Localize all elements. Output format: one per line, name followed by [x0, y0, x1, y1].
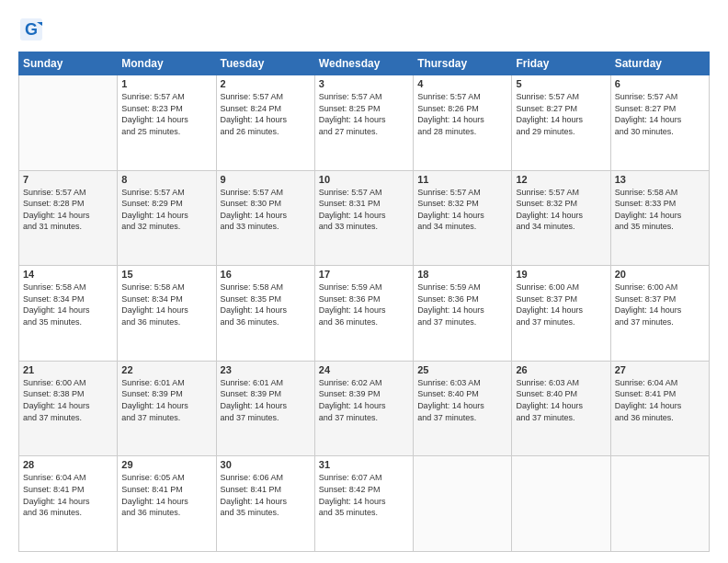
day-info: Sunrise: 6:03 AM Sunset: 8:40 PM Dayligh…	[417, 377, 507, 423]
day-number: 21	[23, 364, 113, 375]
day-info: Sunrise: 5:57 AM Sunset: 8:30 PM Dayligh…	[221, 187, 311, 233]
day-number: 4	[417, 78, 507, 89]
day-info: Sunrise: 6:04 AM Sunset: 8:41 PM Dayligh…	[23, 472, 113, 518]
day-number: 23	[221, 364, 311, 375]
calendar-cell: 3Sunrise: 5:57 AM Sunset: 8:25 PM Daylig…	[314, 75, 413, 171]
day-number: 17	[319, 269, 409, 280]
calendar-header-saturday: Saturday	[610, 52, 709, 75]
day-number: 11	[417, 174, 507, 185]
day-number: 13	[615, 174, 705, 185]
day-info: Sunrise: 5:57 AM Sunset: 8:23 PM Dayligh…	[121, 91, 211, 137]
calendar-cell: 29Sunrise: 6:05 AM Sunset: 8:41 PM Dayli…	[118, 456, 216, 552]
day-info: Sunrise: 6:04 AM Sunset: 8:41 PM Dayligh…	[615, 377, 705, 423]
day-info: Sunrise: 6:00 AM Sunset: 8:37 PM Dayligh…	[615, 282, 705, 327]
day-number: 18	[417, 269, 507, 280]
calendar-header-friday: Friday	[512, 52, 610, 75]
calendar-header-tuesday: Tuesday	[216, 52, 314, 75]
calendar-cell: 13Sunrise: 5:58 AM Sunset: 8:33 PM Dayli…	[610, 170, 709, 266]
day-info: Sunrise: 5:58 AM Sunset: 8:33 PM Dayligh…	[615, 187, 705, 233]
day-info: Sunrise: 6:01 AM Sunset: 8:39 PM Dayligh…	[221, 377, 311, 423]
day-info: Sunrise: 5:57 AM Sunset: 8:31 PM Dayligh…	[319, 187, 409, 233]
day-info: Sunrise: 6:05 AM Sunset: 8:41 PM Dayligh…	[121, 472, 211, 518]
day-number: 29	[121, 459, 211, 470]
calendar-cell: 21Sunrise: 6:00 AM Sunset: 8:38 PM Dayli…	[19, 361, 118, 456]
day-number: 7	[23, 174, 113, 185]
calendar-cell: 30Sunrise: 6:06 AM Sunset: 8:41 PM Dayli…	[216, 456, 314, 552]
calendar-cell: 27Sunrise: 6:04 AM Sunset: 8:41 PM Dayli…	[610, 361, 709, 456]
calendar-week-row: 28Sunrise: 6:04 AM Sunset: 8:41 PM Dayli…	[19, 456, 710, 552]
day-info: Sunrise: 5:57 AM Sunset: 8:27 PM Dayligh…	[615, 91, 705, 137]
calendar-header-sunday: Sunday	[19, 52, 118, 75]
day-number: 22	[121, 364, 211, 375]
day-info: Sunrise: 5:59 AM Sunset: 8:36 PM Dayligh…	[417, 282, 507, 327]
calendar-cell: 18Sunrise: 5:59 AM Sunset: 8:36 PM Dayli…	[414, 266, 512, 362]
calendar-table: SundayMondayTuesdayWednesdayThursdayFrid…	[18, 52, 710, 552]
calendar-cell: 6Sunrise: 5:57 AM Sunset: 8:27 PM Daylig…	[610, 75, 709, 171]
day-number: 20	[615, 269, 705, 280]
calendar-cell: 16Sunrise: 5:58 AM Sunset: 8:35 PM Dayli…	[216, 266, 314, 362]
day-info: Sunrise: 5:57 AM Sunset: 8:26 PM Dayligh…	[417, 91, 507, 137]
day-info: Sunrise: 5:57 AM Sunset: 8:32 PM Dayligh…	[516, 187, 606, 233]
day-number: 8	[121, 174, 211, 185]
calendar-week-row: 7Sunrise: 5:57 AM Sunset: 8:28 PM Daylig…	[19, 170, 710, 266]
day-number: 14	[23, 269, 113, 280]
calendar-cell: 17Sunrise: 5:59 AM Sunset: 8:36 PM Dayli…	[314, 266, 413, 362]
calendar-cell: 5Sunrise: 5:57 AM Sunset: 8:27 PM Daylig…	[512, 75, 610, 171]
calendar-cell: 20Sunrise: 6:00 AM Sunset: 8:37 PM Dayli…	[610, 266, 709, 362]
day-number: 26	[516, 364, 606, 375]
calendar-week-row: 1Sunrise: 5:57 AM Sunset: 8:23 PM Daylig…	[19, 75, 710, 171]
calendar-header-row: SundayMondayTuesdayWednesdayThursdayFrid…	[19, 52, 710, 75]
day-info: Sunrise: 6:00 AM Sunset: 8:38 PM Dayligh…	[23, 377, 113, 423]
calendar-cell: 28Sunrise: 6:04 AM Sunset: 8:41 PM Dayli…	[19, 456, 118, 552]
calendar-cell: 24Sunrise: 6:02 AM Sunset: 8:39 PM Dayli…	[314, 361, 413, 456]
calendar-cell: 23Sunrise: 6:01 AM Sunset: 8:39 PM Dayli…	[216, 361, 314, 456]
calendar-cell: 9Sunrise: 5:57 AM Sunset: 8:30 PM Daylig…	[216, 170, 314, 266]
logo: G	[18, 17, 48, 42]
calendar-cell: 19Sunrise: 6:00 AM Sunset: 8:37 PM Dayli…	[512, 266, 610, 362]
calendar-week-row: 21Sunrise: 6:00 AM Sunset: 8:38 PM Dayli…	[19, 361, 710, 456]
day-number: 9	[221, 174, 311, 185]
day-number: 30	[221, 459, 311, 470]
day-info: Sunrise: 5:59 AM Sunset: 8:36 PM Dayligh…	[319, 282, 409, 327]
calendar-cell: 10Sunrise: 5:57 AM Sunset: 8:31 PM Dayli…	[314, 170, 413, 266]
day-number: 24	[319, 364, 409, 375]
day-number: 1	[121, 78, 211, 89]
day-info: Sunrise: 6:06 AM Sunset: 8:41 PM Dayligh…	[221, 472, 311, 518]
day-info: Sunrise: 5:57 AM Sunset: 8:32 PM Dayligh…	[417, 187, 507, 233]
calendar-header-monday: Monday	[118, 52, 216, 75]
day-number: 3	[319, 78, 409, 89]
calendar-cell: 31Sunrise: 6:07 AM Sunset: 8:42 PM Dayli…	[314, 456, 413, 552]
day-number: 5	[516, 78, 606, 89]
calendar-cell	[19, 75, 118, 171]
day-number: 25	[417, 364, 507, 375]
calendar-cell: 12Sunrise: 5:57 AM Sunset: 8:32 PM Dayli…	[512, 170, 610, 266]
day-info: Sunrise: 5:57 AM Sunset: 8:24 PM Dayligh…	[221, 91, 311, 137]
calendar-header-thursday: Thursday	[414, 52, 512, 75]
day-number: 27	[615, 364, 705, 375]
calendar-cell: 8Sunrise: 5:57 AM Sunset: 8:29 PM Daylig…	[118, 170, 216, 266]
day-number: 12	[516, 174, 606, 185]
day-number: 16	[221, 269, 311, 280]
logo-icon: G	[18, 17, 44, 42]
calendar-header-wednesday: Wednesday	[314, 52, 413, 75]
calendar-cell	[512, 456, 610, 552]
day-info: Sunrise: 6:01 AM Sunset: 8:39 PM Dayligh…	[121, 377, 211, 423]
day-info: Sunrise: 5:58 AM Sunset: 8:34 PM Dayligh…	[121, 282, 211, 327]
day-info: Sunrise: 5:58 AM Sunset: 8:35 PM Dayligh…	[221, 282, 311, 327]
calendar-cell: 14Sunrise: 5:58 AM Sunset: 8:34 PM Dayli…	[19, 266, 118, 362]
day-info: Sunrise: 6:02 AM Sunset: 8:39 PM Dayligh…	[319, 377, 409, 423]
day-info: Sunrise: 6:03 AM Sunset: 8:40 PM Dayligh…	[516, 377, 606, 423]
day-number: 2	[221, 78, 311, 89]
calendar-cell: 2Sunrise: 5:57 AM Sunset: 8:24 PM Daylig…	[216, 75, 314, 171]
day-info: Sunrise: 5:57 AM Sunset: 8:25 PM Dayligh…	[319, 91, 409, 137]
calendar-cell	[414, 456, 512, 552]
header: G	[18, 17, 710, 42]
day-number: 28	[23, 459, 113, 470]
day-number: 10	[319, 174, 409, 185]
day-number: 31	[319, 459, 409, 470]
calendar-cell: 1Sunrise: 5:57 AM Sunset: 8:23 PM Daylig…	[118, 75, 216, 171]
day-number: 15	[121, 269, 211, 280]
calendar-cell: 26Sunrise: 6:03 AM Sunset: 8:40 PM Dayli…	[512, 361, 610, 456]
day-info: Sunrise: 6:07 AM Sunset: 8:42 PM Dayligh…	[319, 472, 409, 518]
calendar-cell: 11Sunrise: 5:57 AM Sunset: 8:32 PM Dayli…	[414, 170, 512, 266]
